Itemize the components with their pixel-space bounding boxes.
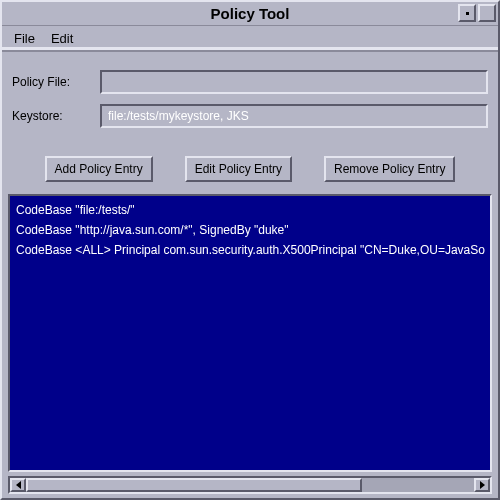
add-policy-entry-button[interactable]: Add Policy Entry bbox=[45, 156, 153, 182]
scroll-track[interactable] bbox=[26, 478, 474, 492]
window-title: Policy Tool bbox=[211, 5, 290, 22]
maximize-button[interactable] bbox=[478, 4, 496, 22]
horizontal-scrollbar[interactable] bbox=[8, 476, 492, 494]
edit-policy-entry-button[interactable]: Edit Policy Entry bbox=[185, 156, 292, 182]
scroll-left-button[interactable] bbox=[10, 478, 26, 492]
keystore-field[interactable]: file:/tests/mykeystore, JKS bbox=[100, 104, 488, 128]
list-item[interactable]: CodeBase "http://java.sun.com/*", Signed… bbox=[14, 220, 486, 240]
chevron-right-icon bbox=[480, 481, 485, 489]
policy-file-row: Policy File: bbox=[12, 70, 488, 94]
menu-edit[interactable]: Edit bbox=[51, 31, 73, 46]
button-row: Add Policy Entry Edit Policy Entry Remov… bbox=[2, 146, 498, 194]
policy-file-field[interactable] bbox=[100, 70, 488, 94]
list-item[interactable]: CodeBase "file:/tests/" bbox=[14, 200, 486, 220]
policy-file-label: Policy File: bbox=[12, 75, 100, 89]
chevron-left-icon bbox=[16, 481, 21, 489]
scroll-thumb[interactable] bbox=[26, 478, 362, 492]
policy-entries-list[interactable]: CodeBase "file:/tests/" CodeBase "http:/… bbox=[8, 194, 492, 472]
minimize-icon bbox=[466, 12, 469, 15]
menubar: File Edit bbox=[2, 26, 498, 52]
form-area: Policy File: Keystore: file:/tests/mykey… bbox=[2, 52, 498, 146]
minimize-button[interactable] bbox=[458, 4, 476, 22]
remove-policy-entry-button[interactable]: Remove Policy Entry bbox=[324, 156, 455, 182]
policy-tool-window: Policy Tool File Edit Policy File: Keyst… bbox=[0, 0, 500, 500]
keystore-row: Keystore: file:/tests/mykeystore, JKS bbox=[12, 104, 488, 128]
keystore-label: Keystore: bbox=[12, 109, 100, 123]
keystore-value: file:/tests/mykeystore, JKS bbox=[108, 109, 249, 123]
window-controls bbox=[458, 4, 496, 22]
titlebar[interactable]: Policy Tool bbox=[2, 2, 498, 26]
list-item[interactable]: CodeBase <ALL> Principal com.sun.securit… bbox=[14, 240, 486, 260]
scroll-right-button[interactable] bbox=[474, 478, 490, 492]
menu-file[interactable]: File bbox=[14, 31, 35, 46]
